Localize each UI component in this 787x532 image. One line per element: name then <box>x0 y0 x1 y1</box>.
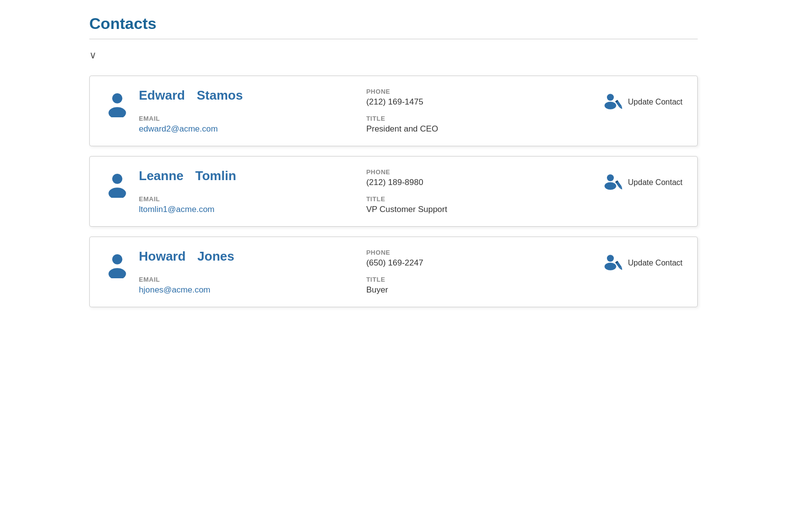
update-contact-button[interactable]: Update Contact <box>603 253 682 273</box>
contact-phone-row: PHONE (650) 169-2247 <box>366 249 593 276</box>
update-contact-icon <box>603 172 624 193</box>
page-container: Contacts ∨ Edward Stamos EMAIL edward2@a… <box>70 0 717 322</box>
svg-point-14 <box>112 254 123 265</box>
contact-avatar <box>105 249 139 278</box>
chevron-row: ∨ <box>89 49 698 61</box>
contact-title: President and CEO <box>366 124 593 134</box>
contact-first-name: Leanne <box>139 168 184 184</box>
svg-point-0 <box>112 93 123 104</box>
contact-email-row: EMAIL edward2@acme.com <box>139 115 366 134</box>
divider <box>89 39 698 39</box>
svg-point-16 <box>607 255 614 262</box>
update-contact-icon <box>603 92 624 112</box>
person-icon <box>105 172 130 198</box>
contact-card-1: Edward Stamos EMAIL edward2@acme.com PHO… <box>89 76 698 146</box>
update-contact-label: Update Contact <box>628 178 682 187</box>
contact-email[interactable]: edward2@acme.com <box>139 124 366 134</box>
email-label: EMAIL <box>139 276 366 283</box>
person-icon <box>105 253 130 278</box>
contact-email-row: EMAIL hjones@acme.com <box>139 276 366 295</box>
contact-name-row: Edward Stamos <box>139 88 366 111</box>
title-label: TITLE <box>366 276 593 283</box>
svg-point-8 <box>108 187 126 198</box>
contact-phone-row: PHONE (212) 189-8980 <box>366 168 593 195</box>
update-contact-button[interactable]: Update Contact <box>603 92 682 112</box>
contact-email-row: EMAIL ltomlin1@acme.com <box>139 195 366 214</box>
phone-label: PHONE <box>366 88 593 95</box>
svg-point-17 <box>604 263 616 270</box>
svg-point-3 <box>604 102 616 109</box>
svg-point-9 <box>607 174 614 181</box>
email-label: EMAIL <box>139 195 366 203</box>
contact-last-name: Jones <box>197 249 234 264</box>
contact-first-name: Howard <box>139 249 185 264</box>
svg-point-10 <box>604 182 616 189</box>
contact-title-row: TITLE President and CEO <box>366 115 593 134</box>
contact-phone: (212) 169-1475 <box>366 97 593 107</box>
contact-first-name: Edward <box>139 88 185 103</box>
contact-title: VP Customer Support <box>366 205 593 214</box>
contact-card-3: Howard Jones EMAIL hjones@acme.com PHONE… <box>89 237 698 307</box>
contact-last-name: Tomlin <box>195 168 236 184</box>
person-icon <box>105 92 130 117</box>
svg-point-2 <box>607 94 614 101</box>
contact-phone: (650) 169-2247 <box>366 258 593 268</box>
contact-avatar <box>105 168 139 198</box>
update-contact-icon <box>603 253 624 273</box>
email-label: EMAIL <box>139 115 366 122</box>
title-label: TITLE <box>366 115 593 122</box>
contact-email[interactable]: hjones@acme.com <box>139 285 366 295</box>
contact-actions: Update Contact <box>594 168 682 193</box>
svg-point-15 <box>108 268 126 278</box>
svg-point-7 <box>112 174 123 184</box>
contact-actions: Update Contact <box>594 88 682 112</box>
svg-point-1 <box>108 107 126 117</box>
update-contact-button[interactable]: Update Contact <box>603 172 682 193</box>
contact-title-row: TITLE VP Customer Support <box>366 195 593 214</box>
phone-label: PHONE <box>366 249 593 256</box>
contacts-list: Edward Stamos EMAIL edward2@acme.com PHO… <box>89 76 698 307</box>
contact-phone: (212) 189-8980 <box>366 178 593 187</box>
contact-avatar <box>105 88 139 117</box>
contact-title-row: TITLE Buyer <box>366 276 593 295</box>
update-contact-label: Update Contact <box>628 98 682 106</box>
contact-title: Buyer <box>366 285 593 295</box>
contact-name-row: Leanne Tomlin <box>139 168 366 191</box>
phone-label: PHONE <box>366 168 593 176</box>
contact-card-2: Leanne Tomlin EMAIL ltomlin1@acme.com PH… <box>89 156 698 227</box>
contact-name-row: Howard Jones <box>139 249 366 272</box>
contact-last-name: Stamos <box>197 88 243 103</box>
contact-actions: Update Contact <box>594 249 682 273</box>
update-contact-label: Update Contact <box>628 259 682 267</box>
contact-phone-row: PHONE (212) 169-1475 <box>366 88 593 115</box>
chevron-down-icon[interactable]: ∨ <box>89 49 97 61</box>
page-title: Contacts <box>89 15 698 33</box>
title-label: TITLE <box>366 195 593 203</box>
contact-email[interactable]: ltomlin1@acme.com <box>139 205 366 214</box>
